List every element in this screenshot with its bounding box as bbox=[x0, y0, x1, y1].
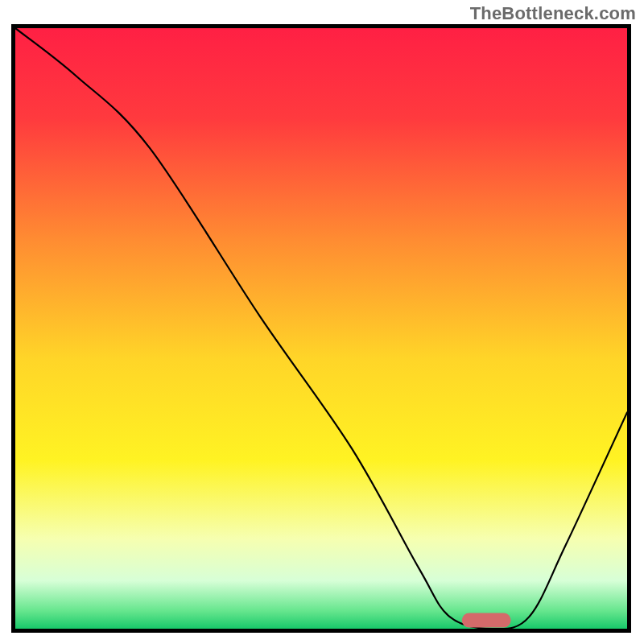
watermark-text: TheBottleneck.com bbox=[470, 3, 636, 24]
chart-container: TheBottleneck.com bbox=[0, 0, 644, 644]
optimal-range-marker bbox=[462, 613, 511, 628]
plot-area bbox=[11, 24, 631, 633]
chart-background bbox=[15, 28, 627, 629]
chart-svg bbox=[15, 28, 627, 629]
